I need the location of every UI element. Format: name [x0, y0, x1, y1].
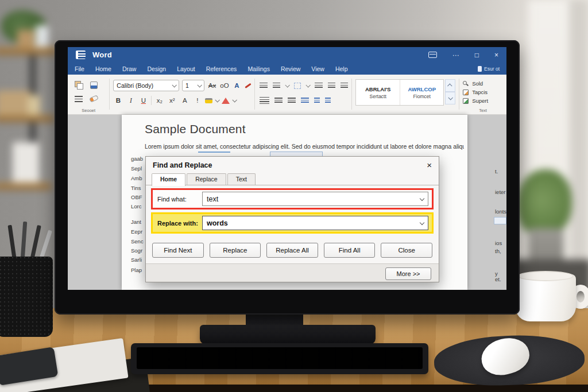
find-menu-item[interactable]: Sold	[463, 79, 503, 88]
hidden-ui-fragment	[494, 217, 506, 224]
menu-references[interactable]: References	[206, 65, 237, 72]
find-replace-dialog: Find and Replace × Home Replace Text Fin…	[145, 156, 439, 282]
highlight-color-icon[interactable]	[205, 98, 212, 103]
font-family-dropdown[interactable]: Calibri (Body)	[113, 80, 179, 91]
underline-button[interactable]: U	[138, 97, 148, 104]
find-next-button[interactable]: Find Next	[152, 243, 204, 258]
menu-home[interactable]: Home	[95, 65, 111, 72]
find-all-button[interactable]: Find All	[324, 243, 376, 258]
text-fragment: Amb	[131, 175, 142, 181]
bullet-list-icon[interactable]	[288, 98, 296, 104]
red-pen-icon[interactable]	[245, 83, 251, 88]
menu-file[interactable]: File	[75, 65, 84, 72]
tab-replace[interactable]: Replace	[187, 173, 226, 185]
dialog-close-icon[interactable]: ×	[427, 161, 432, 169]
maximize-icon[interactable]: □	[475, 52, 479, 59]
italic-button[interactable]: I	[126, 97, 136, 104]
replace-menu-item[interactable]: Tapcis	[463, 88, 503, 96]
close-button[interactable]: Close	[381, 243, 432, 258]
format-painter-icon[interactable]	[90, 81, 98, 89]
select-icon	[463, 98, 469, 104]
text-fragment: Senc	[131, 238, 144, 244]
text-fragment: th,	[495, 248, 501, 254]
ribbon: Seooet Calibri (Body) 1 Ax	[68, 75, 506, 115]
document-heading: Sample Document	[145, 122, 246, 136]
chevron-down-icon	[215, 98, 220, 102]
replace-with-input[interactable]	[202, 216, 428, 230]
styles-gallery: ABRLAI'S Sertactt AWRLCOP Fiomcet	[355, 79, 444, 106]
align-center-icon[interactable]	[274, 98, 283, 104]
subscript-button[interactable]: x₂	[154, 97, 164, 104]
select-menu-item[interactable]: Supert	[463, 96, 503, 105]
dialog-title: Find and Replace	[153, 161, 212, 169]
bold-button[interactable]: B	[113, 97, 123, 104]
text-fragment: gaab	[131, 156, 143, 162]
chevron-down-icon	[285, 83, 289, 87]
text-effects-icon[interactable]: A	[232, 82, 241, 89]
change-case-icon[interactable]: oO	[220, 82, 229, 89]
replace-with-label: Replace with:	[153, 220, 202, 227]
styles-scroll-down-button[interactable]	[445, 92, 455, 104]
text-fragment: Sarli	[131, 257, 142, 263]
indent-increase-icon[interactable]	[273, 83, 280, 89]
find-what-label: Find what:	[153, 196, 202, 203]
tab-text[interactable]: Text	[227, 173, 256, 185]
numbered-list-icon[interactable]	[341, 83, 348, 89]
eraser-icon[interactable]	[89, 95, 99, 103]
find-what-input[interactable]	[202, 192, 428, 206]
font-color-icon[interactable]	[222, 98, 230, 104]
editing-group: Sold Tapcis Supert Text	[459, 75, 506, 114]
paste-icon[interactable]	[75, 81, 83, 90]
share-icon	[478, 66, 482, 72]
ribbon-display-options-icon[interactable]	[428, 52, 437, 58]
text-fragment: ios	[495, 240, 502, 246]
style-card-heading[interactable]: AWRLCOP Fiomcet	[400, 80, 443, 105]
menu-draw[interactable]: Draw	[122, 65, 137, 72]
justify-icon[interactable]	[260, 97, 269, 104]
style-sample-text: ABRLAI'S	[365, 86, 390, 92]
line-spacing-icon[interactable]	[294, 83, 301, 89]
text-fragment: ieter	[495, 189, 505, 195]
line-numbers-icon[interactable]	[325, 98, 331, 104]
search-icon	[463, 81, 469, 87]
menu-mailings[interactable]: Mailings	[247, 65, 270, 72]
clear-formatting-icon[interactable]: Ax	[207, 82, 216, 89]
share-button[interactable]: Esur ot	[478, 66, 500, 72]
style-name: Fiomcet	[413, 94, 431, 99]
tab-home[interactable]: Home	[152, 173, 185, 186]
character-button[interactable]: A	[180, 97, 189, 104]
formatting-marks-icon[interactable]: !	[192, 97, 202, 104]
style-name: Sertactt	[370, 94, 386, 99]
sort-icon[interactable]	[314, 98, 320, 104]
wall-shelf	[0, 47, 57, 55]
dialog-button-row: Find Next Replace Replace All Find All C…	[152, 243, 432, 258]
replace-all-button[interactable]: Replace All	[266, 243, 318, 258]
keyboard-keys	[137, 347, 423, 369]
styles-gallery-spinner	[445, 79, 455, 104]
indent-decrease-icon[interactable]	[260, 83, 267, 89]
chevron-down-icon	[172, 83, 177, 87]
menu-layout[interactable]: Layout	[177, 65, 195, 72]
font-family-value: Calibri (Body)	[117, 82, 153, 89]
document-canvas: Sample Document Lorem ipsum dolor sit am…	[68, 115, 506, 290]
close-icon[interactable]: ×	[494, 52, 498, 59]
more-options-button[interactable]: More >>	[385, 267, 431, 280]
photo-scene: Word ··· □ × File Home Draw Design Layou…	[0, 0, 588, 392]
align-left-icon[interactable]	[315, 83, 322, 89]
chevron-down-icon	[306, 83, 311, 87]
list-icon[interactable]	[75, 96, 83, 102]
menu-help[interactable]: Help	[335, 65, 348, 72]
shelf-canister	[36, 25, 48, 48]
more-options-icon[interactable]: ···	[452, 52, 459, 59]
superscript-button[interactable]: x²	[167, 97, 177, 104]
style-card-normal[interactable]: ABRLAI'S Sertactt	[356, 80, 400, 105]
multilevel-list-icon[interactable]	[301, 98, 309, 104]
align-right-icon[interactable]	[328, 83, 335, 89]
menu-design[interactable]: Design	[147, 65, 166, 72]
replace-button[interactable]: Replace	[210, 243, 261, 258]
font-size-dropdown[interactable]: 1	[182, 80, 204, 91]
styles-scroll-up-button[interactable]	[445, 79, 455, 92]
menu-view[interactable]: View	[311, 65, 324, 72]
coffee-mug	[515, 274, 576, 321]
menu-review[interactable]: Review	[281, 65, 300, 72]
